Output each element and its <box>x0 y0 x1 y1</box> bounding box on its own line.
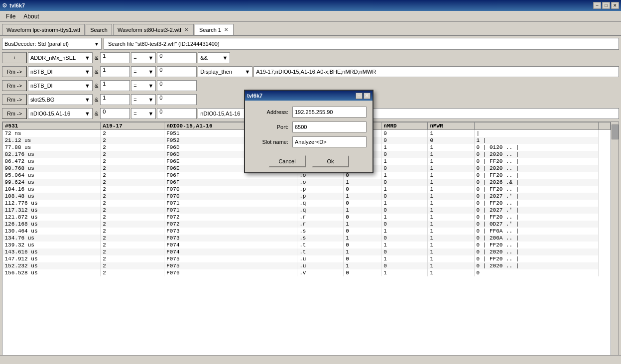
dialog-slotname-row: Slot name: <box>251 136 367 147</box>
dialog-title-controls: – ✕ <box>356 93 371 99</box>
dialog-buttons: Cancel Ok <box>245 151 373 172</box>
dialog-title-bar: tvl6k7 – ✕ <box>245 91 373 101</box>
dialog-port-input[interactable] <box>292 121 367 132</box>
dialog-ok-button[interactable]: Ok <box>312 155 349 167</box>
dialog-port-label: Port: <box>251 124 288 130</box>
dialog-body: Address: Port: Slot name: <box>245 101 373 151</box>
modal-overlay: tvl6k7 – ✕ Address: Port: Slot name: Can… <box>0 0 621 364</box>
dialog-minimize-button[interactable]: – <box>356 93 363 99</box>
dialog-address-row: Address: <box>251 107 367 118</box>
dialog-address-label: Address: <box>251 109 288 115</box>
dialog-close-button[interactable]: ✕ <box>364 93 371 99</box>
dialog-cancel-button[interactable]: Cancel <box>268 155 306 167</box>
dialog-title-text: tvl6k7 <box>247 93 262 99</box>
dialog: tvl6k7 – ✕ Address: Port: Slot name: Can… <box>244 90 373 173</box>
dialog-slotname-label: Slot name: <box>251 139 288 145</box>
dialog-port-row: Port: <box>251 121 367 132</box>
dialog-slotname-input[interactable] <box>292 136 367 147</box>
dialog-address-input[interactable] <box>292 107 367 118</box>
